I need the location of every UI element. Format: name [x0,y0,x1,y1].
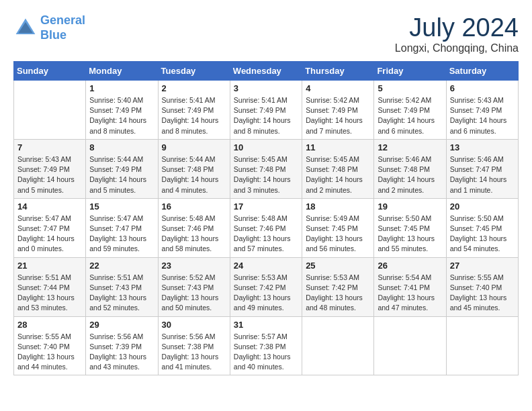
calendar-cell: 30Sunrise: 5:56 AMSunset: 7:38 PMDayligh… [158,316,230,375]
day-of-week-sunday: Sunday [14,62,86,81]
day-number: 8 [89,142,154,152]
calendar-cell: 24Sunrise: 5:53 AMSunset: 7:42 PMDayligh… [230,257,302,316]
day-number: 2 [162,83,226,93]
day-number: 13 [450,142,515,152]
day-number: 29 [89,320,154,330]
calendar-cell: 26Sunrise: 5:54 AMSunset: 7:41 PMDayligh… [374,257,446,316]
calendar-cell: 3Sunrise: 5:41 AMSunset: 7:49 PMDaylight… [230,81,302,140]
day-number: 12 [378,142,442,152]
calendar-cell: 7Sunrise: 5:43 AMSunset: 7:49 PMDaylight… [14,139,86,198]
location: Longxi, Chongqing, China [395,42,519,54]
day-info: Sunrise: 5:46 AMSunset: 7:47 PMDaylight:… [450,154,515,195]
calendar-cell: 20Sunrise: 5:50 AMSunset: 7:45 PMDayligh… [446,198,518,257]
day-number: 21 [17,261,82,271]
logo-icon [13,16,38,40]
day-info: Sunrise: 5:50 AMSunset: 7:45 PMDaylight:… [378,214,442,255]
day-of-week-wednesday: Wednesday [230,62,302,81]
calendar-cell: 23Sunrise: 5:52 AMSunset: 7:43 PMDayligh… [158,257,230,316]
day-number: 19 [378,201,442,212]
calendar-cell: 29Sunrise: 5:56 AMSunset: 7:39 PMDayligh… [86,316,158,375]
day-number: 25 [306,261,370,271]
day-number: 11 [306,142,370,152]
calendar-cell [374,316,446,375]
day-number: 30 [162,320,226,330]
day-info: Sunrise: 5:51 AMSunset: 7:43 PMDaylight:… [89,273,154,314]
day-number: 5 [378,83,442,93]
header: General Blue July 2024 Longxi, Chongqing… [13,13,519,54]
calendar-cell: 16Sunrise: 5:48 AMSunset: 7:46 PMDayligh… [158,198,230,257]
day-number: 18 [306,201,370,212]
day-info: Sunrise: 5:55 AMSunset: 7:40 PMDaylight:… [17,332,82,373]
day-info: Sunrise: 5:46 AMSunset: 7:48 PMDaylight:… [378,154,442,195]
calendar-week-row: 1Sunrise: 5:40 AMSunset: 7:49 PMDaylight… [14,81,519,140]
calendar-table: SundayMondayTuesdayWednesdayThursdayFrid… [13,61,519,375]
day-info: Sunrise: 5:47 AMSunset: 7:47 PMDaylight:… [17,214,82,255]
day-info: Sunrise: 5:53 AMSunset: 7:42 PMDaylight:… [234,273,298,314]
day-info: Sunrise: 5:51 AMSunset: 7:44 PMDaylight:… [17,273,82,314]
day-number: 3 [234,83,298,93]
day-info: Sunrise: 5:45 AMSunset: 7:48 PMDaylight:… [234,154,298,195]
day-info: Sunrise: 5:41 AMSunset: 7:49 PMDaylight:… [234,95,298,136]
day-number: 22 [89,261,154,271]
calendar-cell: 6Sunrise: 5:43 AMSunset: 7:49 PMDaylight… [446,81,518,140]
calendar-cell: 27Sunrise: 5:55 AMSunset: 7:40 PMDayligh… [446,257,518,316]
day-number: 23 [162,261,226,271]
day-number: 6 [450,83,515,93]
day-of-week-saturday: Saturday [446,62,518,81]
day-info: Sunrise: 5:55 AMSunset: 7:40 PMDaylight:… [450,273,515,314]
calendar-week-row: 21Sunrise: 5:51 AMSunset: 7:44 PMDayligh… [14,257,519,316]
calendar-cell: 10Sunrise: 5:45 AMSunset: 7:48 PMDayligh… [230,139,302,198]
day-info: Sunrise: 5:56 AMSunset: 7:38 PMDaylight:… [162,332,226,373]
day-info: Sunrise: 5:43 AMSunset: 7:49 PMDaylight:… [17,154,82,195]
day-number: 7 [17,142,82,152]
title-area: July 2024 Longxi, Chongqing, China [395,13,519,54]
day-number: 15 [89,201,154,212]
calendar-cell [446,316,518,375]
day-info: Sunrise: 5:42 AMSunset: 7:49 PMDaylight:… [306,95,370,136]
day-info: Sunrise: 5:50 AMSunset: 7:45 PMDaylight:… [450,214,515,255]
day-number: 14 [17,201,82,212]
day-info: Sunrise: 5:41 AMSunset: 7:49 PMDaylight:… [162,95,226,136]
day-of-week-monday: Monday [86,62,158,81]
day-info: Sunrise: 5:48 AMSunset: 7:46 PMDaylight:… [234,214,298,255]
day-of-week-friday: Friday [374,62,446,81]
calendar-cell: 4Sunrise: 5:42 AMSunset: 7:49 PMDaylight… [302,81,374,140]
day-info: Sunrise: 5:54 AMSunset: 7:41 PMDaylight:… [378,273,442,314]
calendar-cell: 1Sunrise: 5:40 AMSunset: 7:49 PMDaylight… [86,81,158,140]
calendar-cell: 11Sunrise: 5:45 AMSunset: 7:48 PMDayligh… [302,139,374,198]
day-number: 28 [17,320,82,330]
day-info: Sunrise: 5:42 AMSunset: 7:49 PMDaylight:… [378,95,442,136]
day-of-week-tuesday: Tuesday [158,62,230,81]
day-info: Sunrise: 5:44 AMSunset: 7:49 PMDaylight:… [89,154,154,195]
calendar-week-row: 7Sunrise: 5:43 AMSunset: 7:49 PMDaylight… [14,139,519,198]
day-info: Sunrise: 5:57 AMSunset: 7:38 PMDaylight:… [234,332,298,373]
day-number: 10 [234,142,298,152]
day-info: Sunrise: 5:44 AMSunset: 7:48 PMDaylight:… [162,154,226,195]
calendar-cell: 22Sunrise: 5:51 AMSunset: 7:43 PMDayligh… [86,257,158,316]
day-info: Sunrise: 5:43 AMSunset: 7:49 PMDaylight:… [450,95,515,136]
day-info: Sunrise: 5:52 AMSunset: 7:43 PMDaylight:… [162,273,226,314]
day-info: Sunrise: 5:48 AMSunset: 7:46 PMDaylight:… [162,214,226,255]
calendar-cell: 8Sunrise: 5:44 AMSunset: 7:49 PMDaylight… [86,139,158,198]
calendar-cell: 5Sunrise: 5:42 AMSunset: 7:49 PMDaylight… [374,81,446,140]
calendar-header-row: SundayMondayTuesdayWednesdayThursdayFrid… [14,62,519,81]
calendar-cell: 31Sunrise: 5:57 AMSunset: 7:38 PMDayligh… [230,316,302,375]
day-number: 4 [306,83,370,93]
day-number: 27 [450,261,515,271]
calendar-cell: 25Sunrise: 5:53 AMSunset: 7:42 PMDayligh… [302,257,374,316]
calendar-cell: 18Sunrise: 5:49 AMSunset: 7:45 PMDayligh… [302,198,374,257]
day-number: 26 [378,261,442,271]
calendar-cell [302,316,374,375]
calendar-cell: 13Sunrise: 5:46 AMSunset: 7:47 PMDayligh… [446,139,518,198]
calendar-cell: 17Sunrise: 5:48 AMSunset: 7:46 PMDayligh… [230,198,302,257]
day-number: 16 [162,201,226,212]
day-of-week-thursday: Thursday [302,62,374,81]
calendar-cell: 9Sunrise: 5:44 AMSunset: 7:48 PMDaylight… [158,139,230,198]
logo-text: General Blue [40,13,85,42]
logo: General Blue [13,13,85,42]
month-title: July 2024 [395,13,519,42]
day-info: Sunrise: 5:40 AMSunset: 7:49 PMDaylight:… [89,95,154,136]
calendar-cell: 21Sunrise: 5:51 AMSunset: 7:44 PMDayligh… [14,257,86,316]
day-number: 9 [162,142,226,152]
calendar-cell: 2Sunrise: 5:41 AMSunset: 7:49 PMDaylight… [158,81,230,140]
